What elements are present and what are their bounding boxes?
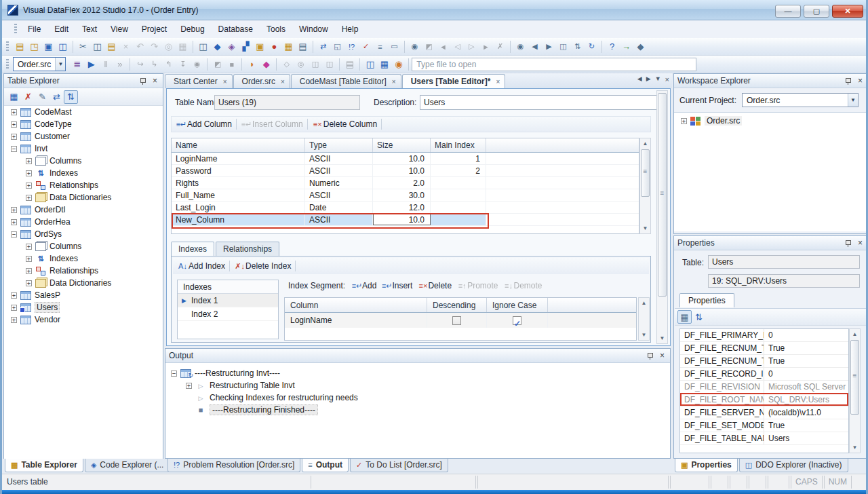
close-icon[interactable]: × (856, 239, 865, 247)
close-icon[interactable]: × (658, 352, 667, 360)
column-row[interactable]: Rights Numeric 2.0 (172, 177, 639, 189)
segment-add-button[interactable]: ≡↵ Add (349, 278, 379, 293)
expand-toggle-icon[interactable]: + (186, 383, 192, 389)
sort-tables-button[interactable]: ⇅ (64, 90, 78, 104)
cell-size[interactable]: 30.0 (373, 189, 431, 201)
preview-window-button[interactable]: ▭ (387, 40, 401, 54)
expand-toggle-icon[interactable]: − (171, 370, 177, 377)
edit-table-button[interactable]: ✎ (35, 90, 50, 104)
undo-button[interactable]: ↶ (133, 40, 147, 54)
tree-item[interactable]: + Relationships (4, 179, 163, 191)
source-view-button[interactable]: ▤ (296, 40, 310, 54)
document-tab[interactable]: CodeMast [Table Editor] × (291, 74, 401, 88)
menu-item[interactable]: Help (335, 22, 366, 37)
cell-name[interactable]: New_Column (172, 214, 305, 225)
tab-close-icon[interactable]: × (392, 78, 396, 86)
expand-toggle-icon[interactable]: + (26, 280, 32, 286)
project-combo[interactable]: Order.src ▼ (13, 57, 66, 71)
first-bookmark-button[interactable]: ◄ (436, 40, 450, 54)
tree-item[interactable]: + Order.src (674, 113, 868, 126)
close-document-icon[interactable]: × (665, 75, 669, 83)
segment-insert-button[interactable]: ≡↵ Insert (379, 278, 415, 293)
tree-item[interactable]: + Vendor (4, 314, 163, 326)
index-section-tab[interactable]: Relationships (216, 242, 279, 256)
cell-name[interactable]: LoginName (172, 153, 305, 164)
pan-tool-button[interactable]: ◗ (245, 58, 259, 71)
segment-cell-column[interactable]: LoginName (285, 313, 427, 328)
categorized-view-button[interactable]: ▦ (677, 310, 692, 324)
property-row[interactable]: DF_FILE_PRIMARY_IND 0 (680, 329, 848, 342)
clear-breakpoints-button[interactable]: ◇ (279, 58, 294, 71)
tool-window-tab[interactable]: ◈ Code Explorer (... (85, 459, 170, 472)
properties-tab[interactable]: Properties (679, 293, 734, 307)
tree-item[interactable]: + Relationships (4, 265, 163, 277)
tool-window-tab[interactable]: ▣ Properties (675, 459, 738, 472)
prev-bookmark-button[interactable]: ◁ (450, 40, 465, 54)
property-value[interactable]: True (764, 342, 848, 354)
cell-type[interactable]: ASCII (305, 153, 373, 164)
columns-grid-scrollbar[interactable]: ▲▼ (639, 138, 651, 234)
tree-item[interactable]: + CodeType (4, 118, 163, 130)
cell-name[interactable]: Rights (172, 177, 305, 189)
clipboard-ring-button[interactable]: ◎ (161, 40, 176, 54)
table-editor-button[interactable]: ▦ (281, 40, 296, 54)
tree-item[interactable]: − Invt (4, 142, 163, 155)
tree-item[interactable]: + Columns (4, 155, 163, 167)
chevron-down-icon[interactable]: ▼ (55, 58, 65, 71)
tool-window-tab[interactable]: ◫ DDO Explorer (Inactive) (739, 459, 848, 472)
incremental-search-button[interactable]: ⇅ (570, 40, 585, 54)
expand-toggle-icon[interactable]: + (11, 292, 17, 299)
tab-close-icon[interactable]: × (281, 78, 285, 86)
expand-toggle-icon[interactable]: + (11, 219, 17, 225)
cell-size[interactable]: 10.0 (373, 214, 431, 225)
run-to-cursor-button[interactable]: ↪ (133, 58, 147, 71)
tree-item[interactable]: + Data Dictionaries (4, 191, 163, 204)
expand-toggle-icon[interactable]: + (26, 256, 32, 262)
cell-type[interactable]: Date (305, 202, 373, 213)
file-open-input[interactable] (412, 58, 696, 71)
expand-toggle-icon[interactable]: + (11, 317, 17, 323)
segment-promote-button[interactable]: ≡↑ Promote (454, 278, 500, 293)
compile-button[interactable]: ≣ (70, 58, 84, 71)
index-list-item[interactable]: ▶ Index 1 (178, 294, 278, 307)
expand-toggle-icon[interactable]: + (26, 158, 32, 164)
current-project-combo[interactable]: Order.src ▼ (742, 93, 859, 107)
expand-toggle-icon[interactable]: + (11, 207, 17, 213)
visual-designer-button[interactable]: ◆ (210, 40, 224, 54)
descending-checkbox[interactable] (452, 316, 461, 325)
pin-icon[interactable] (646, 352, 654, 360)
menu-item[interactable]: Tools (260, 22, 292, 37)
insert-column-button[interactable]: ≡↵ Insert Column (237, 117, 307, 132)
expand-toggle-icon[interactable]: + (11, 121, 17, 128)
output-line[interactable]: Checking Indexes for restructuring needs (165, 392, 670, 404)
goto-definition-button[interactable]: ↧ (176, 58, 190, 71)
document-tab[interactable]: Order.src × (233, 74, 290, 88)
tree-item[interactable]: + SalesP (4, 289, 163, 301)
new-table-button[interactable]: ▦ (7, 90, 21, 104)
close-button[interactable]: ✕ (832, 5, 863, 18)
expand-toggle-icon[interactable]: − (11, 231, 17, 238)
restore-button[interactable]: ▢ (804, 5, 829, 18)
segment-row[interactable]: LoginName (285, 313, 636, 328)
last-bookmark-button[interactable]: ► (479, 40, 493, 54)
cell-main-index[interactable]: 2 (431, 165, 486, 176)
table-relationships-button[interactable]: ◫ (363, 58, 377, 71)
open-file-button[interactable]: ◳ (27, 40, 41, 54)
maintenance-tools-button[interactable]: ◆ (633, 40, 648, 54)
next-bookmark-button[interactable]: ▷ (465, 40, 479, 54)
expand-toggle-icon[interactable]: + (26, 170, 32, 176)
cell-main-index[interactable] (431, 214, 486, 225)
call-stack-window-button[interactable]: ▤ (342, 58, 357, 71)
expand-toggle-icon[interactable]: − (11, 146, 17, 152)
property-row[interactable]: DF_FILE_RECNUM_TAE True (680, 342, 848, 355)
property-row[interactable]: DF_FILE_ROOT_NAME SQL_DRV:Users (680, 394, 848, 406)
property-row[interactable]: DF_FILE_RECORD_IDEN 0 (680, 368, 848, 381)
cell-name[interactable]: Last_Login (172, 202, 305, 213)
save-all-button[interactable]: ◫ (56, 40, 70, 54)
print-button[interactable]: ▦ (176, 40, 190, 54)
cell-main-index[interactable] (431, 189, 486, 201)
cut-button[interactable]: ✂ (76, 40, 90, 54)
center-view-button[interactable]: ◱ (330, 40, 344, 54)
tree-item[interactable]: + OrderDtl (4, 204, 163, 216)
object-properties-button[interactable]: ▣ (253, 40, 267, 54)
